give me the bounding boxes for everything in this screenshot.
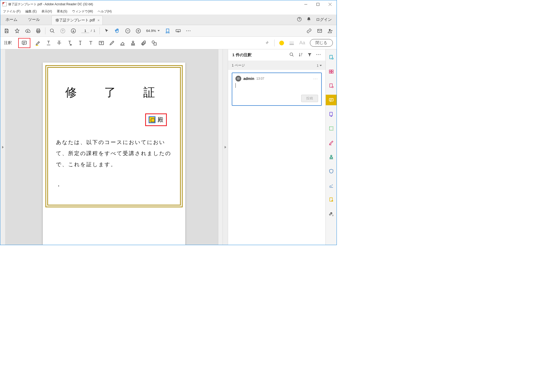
window-minimize[interactable]	[300, 0, 312, 8]
svg-rect-14	[22, 41, 27, 44]
help-icon[interactable]	[297, 17, 302, 23]
rail-sign[interactable]	[326, 180, 337, 191]
print-icon[interactable]	[36, 28, 41, 34]
hand-icon[interactable]	[115, 28, 120, 34]
pointer-icon[interactable]	[104, 28, 109, 34]
left-nav-expand[interactable]	[0, 49, 6, 245]
tab-tools[interactable]: ツール	[23, 15, 45, 25]
svg-rect-23	[329, 70, 331, 71]
fit-width-icon[interactable]	[165, 28, 170, 34]
rail-more-tools[interactable]	[326, 209, 337, 219]
pdf-page: 修 了 証 殿 あなたは、以下のコースにおいてにおいて、所定の課程をすべて受講さ…	[43, 63, 185, 245]
tab-document[interactable]: 修了証テンプレート.pdf ×	[51, 16, 103, 25]
svg-rect-26	[331, 72, 333, 73]
rail-fill-sign[interactable]	[326, 137, 337, 148]
rail-create-pdf[interactable]	[326, 52, 337, 63]
annotation-toolbar: 注釈 Aa 閉じる	[0, 37, 337, 49]
rail-export[interactable]	[326, 109, 337, 119]
keyboard-icon[interactable]	[176, 28, 181, 34]
tab-home[interactable]: ホーム	[0, 15, 23, 25]
window-maximize[interactable]	[312, 0, 324, 8]
svg-point-16	[132, 41, 134, 42]
text-comment-tool[interactable]	[67, 40, 73, 46]
rail-combine[interactable]	[326, 66, 337, 77]
rail-organize[interactable]	[326, 123, 337, 134]
comment-search-icon[interactable]	[289, 52, 294, 58]
more-icon[interactable]: ···	[186, 28, 191, 33]
tab-document-label: 修了証テンプレート.pdf	[55, 18, 95, 23]
shapes-tool[interactable]	[151, 40, 157, 46]
color-picker[interactable]	[279, 41, 284, 45]
login-button[interactable]: ログイン	[316, 17, 332, 22]
rail-send[interactable]	[326, 194, 337, 205]
svg-point-5	[50, 29, 54, 32]
zoom-in-icon[interactable]	[136, 28, 141, 34]
comment-post-button[interactable]: 投稿	[301, 95, 318, 102]
text-tool[interactable]	[88, 40, 94, 46]
pencil-tool[interactable]	[109, 40, 115, 46]
comment-type-icon	[235, 76, 241, 82]
attach-tool[interactable]	[141, 40, 146, 46]
line-weight-icon[interactable]	[289, 40, 295, 46]
rail-stamp[interactable]	[326, 152, 337, 162]
certificate-body: あなたは、以下のコースにおいてにおいて、所定の課程をすべて受講されましたので、こ…	[56, 137, 172, 170]
comment-item-more-icon[interactable]: ···	[313, 77, 318, 81]
link-share-icon[interactable]	[306, 28, 312, 34]
comments-header: 1 件の注釈	[232, 52, 252, 58]
menu-file[interactable]: ファイル (F)	[2, 9, 22, 14]
annotation-label: 注釈	[4, 40, 12, 45]
search-icon[interactable]	[50, 28, 55, 34]
content-area: 修 了 証 殿 あなたは、以下のコースにおいてにおいて、所定の課程をすべて受講さ…	[0, 49, 337, 245]
page-down-icon[interactable]	[71, 28, 76, 34]
sticky-note-tool[interactable]	[18, 38, 30, 48]
text-style-icon[interactable]: Aa	[299, 40, 305, 46]
person-add-icon[interactable]	[328, 28, 333, 34]
textbox-tool[interactable]	[98, 40, 104, 46]
rail-protect[interactable]	[326, 166, 337, 176]
strikethrough-tool[interactable]	[56, 40, 62, 46]
menu-help[interactable]: ヘルプ(H)	[97, 9, 113, 14]
eraser-tool[interactable]	[120, 40, 125, 46]
underline-tool[interactable]	[46, 40, 51, 46]
sticky-note-marker[interactable]	[149, 116, 155, 123]
page-up-icon[interactable]	[60, 28, 65, 34]
menu-window[interactable]: ウィンドウ(W)	[71, 9, 94, 14]
window-close[interactable]	[324, 0, 336, 8]
page-current-input[interactable]	[81, 29, 89, 33]
star-icon[interactable]	[15, 28, 20, 34]
comment-sort-icon[interactable]	[298, 52, 303, 58]
zoom-dropdown[interactable]: 64.9%	[146, 29, 160, 33]
comment-filter-icon[interactable]	[307, 52, 312, 58]
pin-icon[interactable]	[264, 40, 270, 46]
highlight-tool[interactable]	[35, 40, 41, 46]
certificate-title: 修 了 証	[56, 85, 172, 100]
svg-point-32	[330, 155, 332, 156]
document-viewport[interactable]: 修 了 証 殿 あなたは、以下のコースにおいてにおいて、所定の課程をすべて受講さ…	[6, 49, 223, 245]
menu-sign[interactable]: 署名(S)	[56, 9, 68, 14]
right-nav-expand[interactable]	[223, 49, 228, 245]
mail-icon[interactable]	[317, 28, 322, 34]
menu-view[interactable]: 表示(V)	[40, 9, 53, 14]
close-annotation-button[interactable]: 閉じる	[310, 39, 333, 47]
svg-rect-20	[237, 78, 240, 79]
scrollbar-thumb[interactable]	[219, 50, 222, 66]
rail-edit-pdf[interactable]	[326, 80, 337, 91]
chevron-down-icon	[320, 65, 322, 66]
bell-icon[interactable]	[306, 17, 311, 23]
save-icon[interactable]	[4, 28, 9, 34]
app-icon	[2, 2, 7, 6]
rail-comment[interactable]	[326, 95, 337, 105]
svg-rect-18	[154, 43, 156, 45]
separator	[100, 27, 100, 34]
window-titlebar: 修了証テンプレート.pdf - Adobe Acrobat Reader DC …	[0, 0, 337, 8]
cloud-upload-icon[interactable]	[25, 28, 30, 34]
comment-card[interactable]: admin 13:07 ··· 投稿	[232, 73, 322, 106]
text-insert-tool[interactable]	[77, 40, 83, 46]
stamp-tool[interactable]	[130, 40, 136, 46]
zoom-out-icon[interactable]	[125, 28, 130, 34]
comments-page-group[interactable]: 1 ページ 1	[228, 61, 325, 70]
menu-edit[interactable]: 編集 (E)	[24, 9, 38, 14]
comment-more-icon[interactable]: ···	[316, 52, 321, 58]
comment-input[interactable]	[235, 82, 318, 95]
tab-close-icon[interactable]: ×	[97, 18, 100, 22]
